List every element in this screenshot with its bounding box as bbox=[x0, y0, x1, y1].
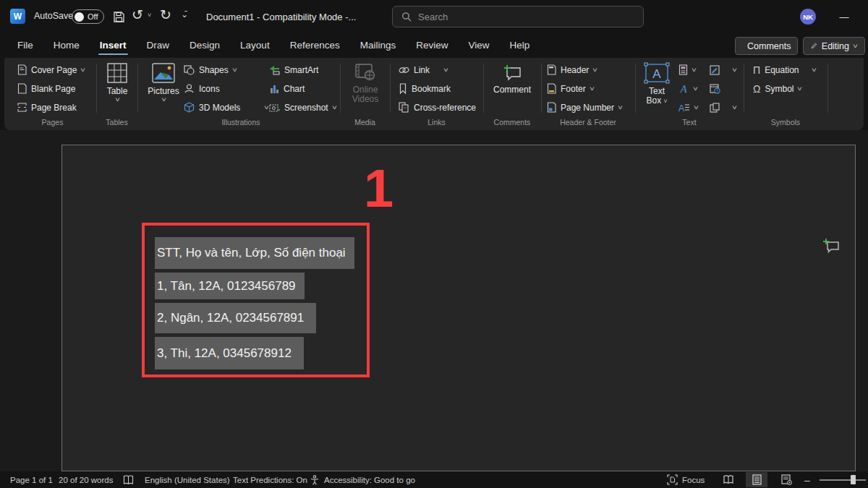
chart-button[interactable]: Chart bbox=[269, 82, 305, 95]
tab-references[interactable]: References bbox=[280, 33, 350, 58]
selected-text-line[interactable]: 3, Thi, 12A, 0345678912 bbox=[155, 337, 304, 369]
page-number-chevron-icon: ˅ bbox=[618, 104, 623, 111]
quick-parts-button[interactable]: ˅ bbox=[678, 64, 696, 76]
drop-cap-button[interactable]: A ˅ bbox=[678, 101, 698, 114]
pictures-button[interactable]: Pictures ˅ bbox=[146, 62, 181, 103]
redo-button[interactable]: ↻ bbox=[160, 7, 171, 23]
bookmark-label: Bookmark bbox=[412, 84, 451, 94]
symbol-chevron-icon: ˅ bbox=[797, 85, 802, 93]
language-indicator[interactable]: English (United States) bbox=[145, 471, 230, 488]
symbol-icon: Ω bbox=[753, 83, 760, 95]
zoom-out-button[interactable]: – bbox=[804, 471, 810, 488]
read-mode-button[interactable] bbox=[718, 472, 739, 487]
blank-page-button[interactable]: Blank Page bbox=[17, 82, 75, 95]
ribbon-group-comments: Comment Comments bbox=[483, 58, 541, 130]
zoom-slider-track[interactable] bbox=[820, 479, 866, 481]
link-button[interactable]: Link ˅ bbox=[399, 64, 448, 76]
tab-help[interactable]: Help bbox=[500, 33, 540, 58]
tab-insert[interactable]: Insert bbox=[90, 33, 137, 58]
selected-text-line[interactable]: 1, Tân, 12A, 0123456789 bbox=[155, 273, 305, 299]
link-label: Link bbox=[414, 65, 430, 75]
search-input[interactable] bbox=[418, 12, 621, 22]
shapes-button[interactable]: Shapes ˅ bbox=[184, 64, 237, 76]
quick-access-toolbar-chevron-icon[interactable]: ⌄̄ bbox=[181, 9, 187, 20]
page-indicator[interactable]: Page 1 of 1 bbox=[10, 471, 53, 488]
table-button[interactable]: Table ˅ bbox=[102, 62, 132, 103]
undo-dropdown-chevron-icon[interactable]: ˅ bbox=[148, 12, 151, 19]
status-bar: Page 1 of 1 20 of 20 words English (Unit… bbox=[0, 471, 868, 488]
equation-button[interactable]: Π Equation ˅ bbox=[753, 64, 815, 76]
selected-text-line[interactable]: 2, Ngân, 12A, 0234567891 bbox=[155, 303, 316, 333]
tab-draw[interactable]: Draw bbox=[137, 33, 180, 58]
editing-mode-button[interactable]: Editing ˅ bbox=[803, 37, 865, 55]
tab-design[interactable]: Design bbox=[179, 33, 230, 58]
drop-cap-chevron-icon: ˅ bbox=[694, 104, 699, 111]
online-videos-button[interactable]: Online Videos bbox=[347, 62, 383, 104]
word-logo-icon[interactable]: W bbox=[10, 9, 25, 24]
ribbon-group-text: A Text Box ˅ ˅ ˅ bbox=[635, 58, 744, 130]
autosave-toggle[interactable]: Off bbox=[72, 9, 104, 24]
table-icon bbox=[106, 62, 128, 84]
print-layout-button[interactable] bbox=[746, 472, 767, 487]
page-break-button[interactable]: Page Break bbox=[17, 101, 77, 114]
icons-button[interactable]: Icons bbox=[184, 82, 220, 95]
tab-mailings[interactable]: Mailings bbox=[350, 33, 407, 58]
minimize-button[interactable]: — bbox=[836, 9, 852, 25]
cover-page-icon bbox=[17, 64, 27, 75]
editing-chevron-icon: ˅ bbox=[853, 43, 858, 50]
comments-button[interactable]: Comments bbox=[735, 37, 798, 55]
accessibility-status-button[interactable]: Accessibility: Good to go bbox=[310, 471, 415, 488]
word-count[interactable]: 20 of 20 words bbox=[59, 471, 113, 488]
accessibility-status-label: Accessibility: Good to go bbox=[324, 476, 415, 484]
wordart-button[interactable]: A ˅ bbox=[678, 82, 697, 95]
signature-line-icon bbox=[710, 65, 720, 75]
date-time-button[interactable] bbox=[710, 82, 720, 95]
ribbon-group-tables: Table ˅ Tables bbox=[96, 58, 137, 130]
save-button[interactable] bbox=[110, 8, 127, 25]
page-break-icon bbox=[17, 103, 27, 112]
undo-button[interactable]: ↺ bbox=[132, 7, 143, 23]
search-box[interactable] bbox=[392, 6, 644, 27]
wordart-icon: A bbox=[678, 83, 689, 94]
margin-add-comment-button[interactable] bbox=[822, 237, 841, 254]
tab-file[interactable]: File bbox=[7, 33, 43, 58]
bookmark-button[interactable]: Bookmark bbox=[399, 82, 451, 95]
account-avatar[interactable]: NK bbox=[800, 9, 816, 25]
equation-label: Equation bbox=[765, 65, 799, 75]
icons-label: Icons bbox=[199, 84, 220, 94]
icons-icon bbox=[184, 83, 195, 94]
pictures-chevron-icon: ˅ bbox=[161, 96, 166, 103]
smartart-button[interactable]: SmartArt bbox=[269, 64, 318, 76]
cross-reference-icon bbox=[399, 102, 409, 113]
tab-layout[interactable]: Layout bbox=[230, 33, 280, 58]
signature-line-button[interactable]: ˅ bbox=[710, 64, 736, 76]
table-label: Table bbox=[107, 87, 128, 96]
zoom-slider-handle[interactable] bbox=[851, 475, 856, 484]
footer-button[interactable]: Footer ˅ bbox=[547, 82, 594, 95]
proofing-status-button[interactable] bbox=[123, 471, 134, 488]
screenshot-button[interactable]: Screenshot ˅ bbox=[269, 101, 336, 114]
text-box-button[interactable]: A Text Box ˅ bbox=[641, 62, 673, 106]
wordart-chevron-icon: ˅ bbox=[693, 85, 698, 93]
object-button[interactable]: ˅ bbox=[710, 101, 736, 114]
focus-mode-button[interactable]: Focus bbox=[667, 471, 705, 488]
shapes-label: Shapes bbox=[199, 65, 229, 75]
page-number-button[interactable]: Page Number ˅ bbox=[547, 101, 622, 114]
text-box-icon: A bbox=[643, 62, 671, 84]
cover-page-button[interactable]: Cover Page ˅ bbox=[17, 64, 85, 76]
cross-reference-button[interactable]: Cross-reference bbox=[399, 101, 476, 114]
new-comment-button[interactable]: Comment bbox=[490, 62, 534, 95]
screenshot-icon bbox=[269, 103, 280, 113]
tab-review[interactable]: Review bbox=[406, 33, 458, 58]
selected-text-line[interactable]: STT, Họ và tên, Lớp, Số điện thoại bbox=[155, 237, 354, 269]
web-layout-button[interactable] bbox=[775, 472, 797, 487]
cover-page-chevron-icon: ˅ bbox=[80, 67, 85, 74]
header-button[interactable]: Header ˅ bbox=[547, 64, 597, 76]
3d-models-button[interactable]: 3D Models ˅ bbox=[184, 101, 268, 114]
tab-home[interactable]: Home bbox=[43, 33, 90, 58]
tab-view[interactable]: View bbox=[458, 33, 499, 58]
symbol-button[interactable]: Ω Symbol ˅ bbox=[753, 82, 801, 95]
signature-line-chevron-icon: ˅ bbox=[732, 67, 737, 74]
chart-icon bbox=[269, 84, 279, 94]
text-predictions-indicator[interactable]: Text Predictions: On bbox=[233, 471, 307, 488]
